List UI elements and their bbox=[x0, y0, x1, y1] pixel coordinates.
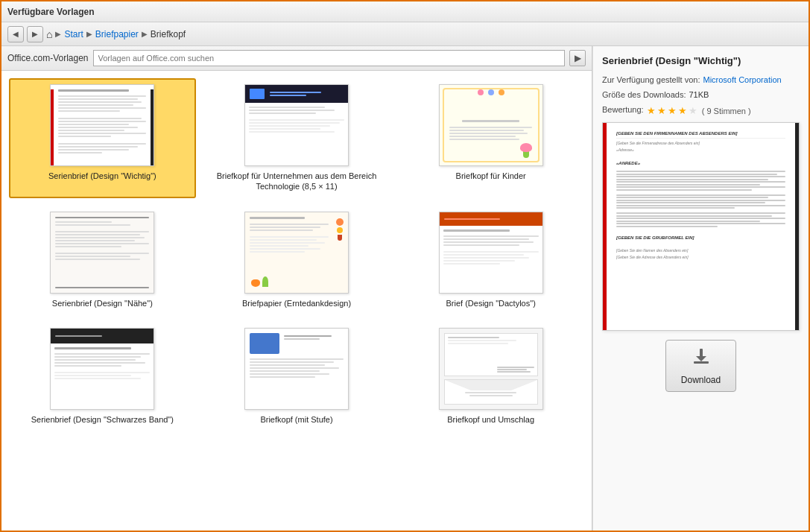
template-label-schwarz: Serienbrief (Design "Schwarzes Band") bbox=[31, 414, 174, 425]
template-label-tech: Briefkopf für Unternehmen aus dem Bereic… bbox=[209, 171, 385, 192]
template-thumb-wichtig bbox=[50, 84, 154, 166]
star-4: ★ bbox=[678, 105, 687, 116]
download-label: Download bbox=[681, 375, 721, 385]
template-item-harvest[interactable]: Briefpapier (Erntedankdesign) bbox=[203, 206, 390, 314]
breadcrumb-briefkopf: Briefkopf bbox=[151, 29, 186, 39]
provider-label: Zur Verfügung gestellt von: bbox=[602, 75, 700, 84]
left-panel: Office.com-Vorlagen ▶ bbox=[1, 46, 592, 532]
main-container: Office.com-Vorlagen ▶ bbox=[1, 46, 809, 532]
preview-black-bar bbox=[795, 123, 799, 330]
detail-size-row: Größe des Downloads: 71KB bbox=[602, 90, 800, 99]
template-label-harvest: Briefpapier (Erntedankdesign) bbox=[242, 298, 351, 308]
template-item-stufe[interactable]: Briefkopf (mit Stufe) bbox=[203, 322, 390, 431]
template-thumb-kids bbox=[439, 84, 543, 166]
template-item-schwarz[interactable]: Serienbrief (Design "Schwarzes Band") bbox=[9, 322, 196, 431]
rating-count: ( 9 Stimmen ) bbox=[702, 107, 751, 115]
preview-red-bar bbox=[603, 123, 607, 330]
provider-value: Microsoft Corporation bbox=[703, 75, 781, 84]
template-thumb-harvest bbox=[244, 212, 349, 294]
download-btn-container: Download bbox=[602, 340, 800, 392]
template-label-wichtig: Serienbrief (Design "Wichtig") bbox=[48, 171, 156, 181]
template-item-dactylos[interactable]: Brief (Design "Dactylos") bbox=[397, 206, 584, 314]
detail-provider-row: Zur Verfügung gestellt von: Microsoft Co… bbox=[602, 75, 800, 84]
detail-title: Serienbrief (Design "Wichtig") bbox=[602, 55, 800, 66]
top-bar: Verfügbare Vorlagen bbox=[1, 1, 809, 22]
svg-marker-2 bbox=[696, 356, 706, 361]
star-3: ★ bbox=[668, 105, 677, 116]
template-label-umschlag: Briefkopf und Umschlag bbox=[447, 414, 534, 425]
svg-rect-0 bbox=[694, 361, 709, 364]
download-button[interactable]: Download bbox=[665, 340, 736, 392]
preview-box: [GEBEN SIE DEN FIRMENNAMEN DES ABSENDERS… bbox=[602, 122, 800, 331]
size-label: Größe des Downloads: bbox=[602, 90, 686, 99]
template-thumb-dactylos bbox=[439, 212, 543, 294]
template-item-wichtig[interactable]: Serienbrief (Design "Wichtig") bbox=[9, 78, 196, 198]
template-label-naehe: Serienbrief (Design "Nähe") bbox=[52, 298, 153, 308]
search-bar: Office.com-Vorlagen ▶ bbox=[1, 46, 592, 71]
template-item-tech[interactable]: Briefkopf für Unternehmen aus dem Bereic… bbox=[203, 78, 390, 198]
search-label: Office.com-Vorlagen bbox=[7, 53, 89, 63]
templates-grid: Serienbrief (Design "Wichtig") bbox=[1, 71, 592, 532]
search-go-button[interactable]: ▶ bbox=[569, 50, 586, 66]
right-panel: Serienbrief (Design "Wichtig") Zur Verfü… bbox=[592, 46, 809, 532]
template-label-kids: Briefkopf für Kinder bbox=[456, 171, 526, 181]
template-thumb-umschlag bbox=[439, 328, 543, 410]
rating-label: Bewertung: bbox=[602, 105, 644, 116]
preview-text-block: [GEBEN SIE DEN FIRMENNAMEN DES ABSENDERS… bbox=[616, 131, 785, 259]
download-svg bbox=[691, 346, 712, 367]
template-thumb-stufe bbox=[244, 328, 349, 410]
size-value: 71KB bbox=[689, 90, 709, 99]
template-thumb-schwarz bbox=[50, 328, 154, 410]
star-1: ★ bbox=[647, 105, 656, 116]
template-item-naehe[interactable]: Serienbrief (Design "Nähe") bbox=[9, 206, 196, 314]
breadcrumb-briefpapier[interactable]: Briefpapier bbox=[95, 29, 139, 39]
home-icon[interactable]: ⌂ bbox=[46, 28, 52, 40]
star-5: ★ bbox=[689, 105, 697, 116]
template-thumb-naehe bbox=[50, 212, 154, 294]
search-input[interactable] bbox=[93, 50, 566, 66]
breadcrumb: ⌂ ▶ Start ▶ Briefpapier ▶ Briefkopf bbox=[46, 28, 186, 40]
stars-container: ★ ★ ★ ★ ★ ( 9 Stimmen ) bbox=[647, 105, 751, 116]
breadcrumb-start[interactable]: Start bbox=[64, 29, 83, 39]
preview-content: [GEBEN SIE DEN FIRMENNAMEN DES ABSENDERS… bbox=[603, 123, 799, 330]
template-label-stufe: Briefkopf (mit Stufe) bbox=[260, 414, 332, 425]
back-button[interactable]: ◀ bbox=[7, 26, 24, 42]
template-item-kids[interactable]: Briefkopf für Kinder bbox=[397, 78, 584, 198]
template-thumb-tech bbox=[244, 84, 349, 166]
template-item-umschlag[interactable]: Briefkopf und Umschlag bbox=[397, 322, 584, 431]
template-label-dactylos: Brief (Design "Dactylos") bbox=[446, 298, 536, 308]
nav-bar: ◀ ▶ ⌂ ▶ Start ▶ Briefpapier ▶ Briefkopf bbox=[1, 22, 809, 46]
detail-rating-row: Bewertung: ★ ★ ★ ★ ★ ( 9 Stimmen ) bbox=[602, 105, 800, 116]
page-title: Verfügbare Vorlagen bbox=[7, 7, 94, 17]
forward-button[interactable]: ▶ bbox=[27, 26, 43, 42]
download-icon bbox=[691, 346, 712, 372]
star-2: ★ bbox=[657, 105, 666, 116]
